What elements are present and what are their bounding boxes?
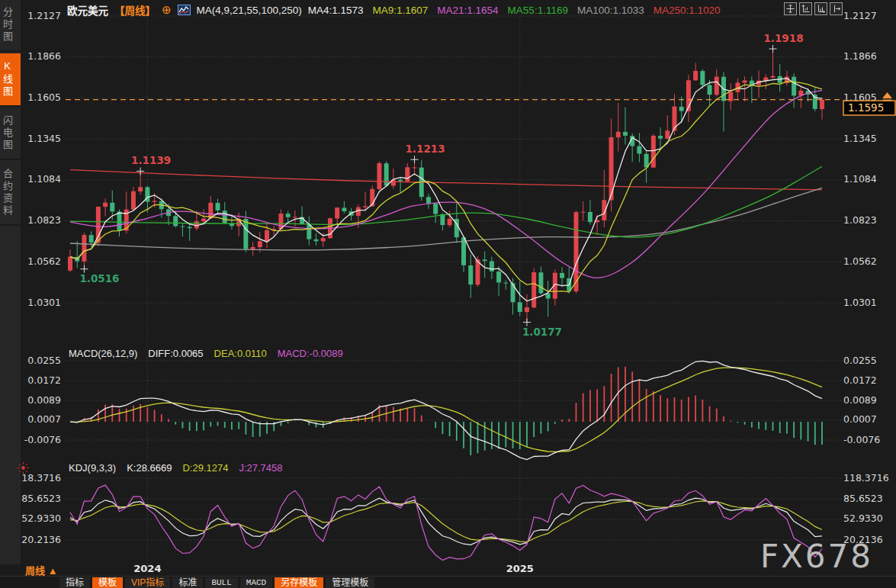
- chart-header: 欧元美元 【周线】 ⊕ MA(4,9,21,55,100,250) MA4:1.…: [67, 2, 721, 18]
- svg-text:1.1345: 1.1345: [27, 133, 61, 144]
- ma-value-5: MA250:1.1020: [654, 5, 721, 16]
- toolbar-button-5[interactable]: MACD: [240, 577, 272, 588]
- ma-value-0: MA4:1.1573: [308, 5, 364, 16]
- sidebar-tab-kline-chart[interactable]: K线图: [0, 53, 21, 107]
- period-collapse-arrow[interactable]: ▲: [48, 565, 58, 577]
- svg-text:1.2127: 1.2127: [27, 10, 61, 21]
- svg-text:0.0172: 0.0172: [27, 374, 61, 386]
- current-price-tag: 1.1595: [843, 101, 895, 115]
- candlestick-chart[interactable]: 1.21271.21271.18661.18661.16051.16051.13…: [0, 0, 896, 588]
- scroll-to-latest-icon[interactable]: [882, 92, 892, 98]
- svg-text:0.0007: 0.0007: [27, 413, 61, 425]
- ma-params-label[interactable]: MA(4,9,21,55,100,250): [197, 5, 302, 16]
- toolbar-button-0[interactable]: 指标: [59, 577, 90, 588]
- svg-text:-0.0076: -0.0076: [24, 434, 61, 445]
- ma-line-MA100: [70, 188, 822, 250]
- ma-value-4: MA100:1.1033: [577, 5, 644, 16]
- svg-text:0.0007: 0.0007: [843, 413, 877, 425]
- y-axis-scale-icon[interactable]: [799, 2, 812, 15]
- svg-text:1.0562: 1.0562: [843, 255, 877, 267]
- svg-text:1.1866: 1.1866: [843, 50, 877, 62]
- macd-value-0: DIFF:0.0065: [148, 348, 203, 359]
- chart-tool-icons: [784, 2, 843, 15]
- ma-value-1: MA9:1.1607: [372, 5, 428, 16]
- annotation-1.0516: 1.0516: [79, 272, 119, 284]
- svg-text:52.9330: 52.9330: [843, 512, 883, 524]
- svg-text:1.1866: 1.1866: [27, 50, 61, 62]
- ma-values: MA4:1.1573MA9:1.1607MA21:1.1654MA55:1.11…: [308, 5, 721, 16]
- kdj-pane: [70, 485, 822, 561]
- ma-line-MA4: [70, 79, 822, 301]
- svg-text:0.0172: 0.0172: [843, 374, 877, 386]
- macd-value-2: MACD:-0.0089: [278, 348, 343, 359]
- svg-text:1.1084: 1.1084: [27, 173, 61, 185]
- svg-text:1.1084: 1.1084: [843, 173, 877, 185]
- kdj-value-2: J:27.7458: [239, 462, 282, 474]
- svg-text:1.0301: 1.0301: [27, 297, 61, 308]
- year-label: 2024: [133, 563, 161, 574]
- pan-mode-icon[interactable]: [784, 2, 797, 15]
- crosshair-icon[interactable]: ⊕: [162, 5, 172, 15]
- svg-text:20.2136: 20.2136: [21, 534, 61, 545]
- kdj-value-0: K:28.6669: [127, 462, 172, 474]
- svg-text:-0.0076: -0.0076: [843, 434, 880, 445]
- svg-text:0.0255: 0.0255: [843, 355, 877, 366]
- kdj-title[interactable]: KDJ(9,3,3): [69, 462, 116, 474]
- ma-value-2: MA21:1.1654: [437, 5, 498, 16]
- sidebar-tab-contract-info[interactable]: 合约资料: [0, 162, 21, 226]
- period-tag[interactable]: 【周线】: [114, 2, 156, 18]
- toolbar-button-3[interactable]: 标准: [172, 577, 203, 588]
- svg-text:0.0089: 0.0089: [843, 394, 877, 406]
- watermark-logo: FX678: [760, 538, 873, 575]
- ma-overlays: [70, 79, 822, 301]
- svg-text:85.6523: 85.6523: [21, 493, 61, 504]
- svg-text:1.0301: 1.0301: [843, 297, 877, 308]
- svg-text:52.9330: 52.9330: [21, 512, 61, 524]
- kdj-value-1: D:29.1274: [182, 462, 228, 474]
- annotation-1.1213: 1.1213: [405, 143, 445, 155]
- macd-values: DIFF:0.0065DEA:0.0110MACD:-0.0089: [148, 348, 342, 359]
- svg-text:1.1345: 1.1345: [843, 133, 877, 144]
- ma-style-icon[interactable]: [178, 5, 191, 15]
- year-label: 2025: [506, 563, 534, 574]
- indicator-toolbar: 指标模板VIP指标标准BULLMACD另存模板管理模板: [0, 576, 896, 588]
- macd-title[interactable]: MACD(26,12,9): [69, 348, 137, 359]
- gridlines: 1.21271.21271.18661.18661.16051.16051.13…: [15, 10, 888, 574]
- svg-text:85.6523: 85.6523: [843, 493, 883, 504]
- toolbar-button-4[interactable]: BULL: [205, 577, 237, 588]
- svg-text:1.0823: 1.0823: [27, 214, 61, 226]
- svg-text:1.0562: 1.0562: [27, 255, 61, 267]
- kdj-d-line: [70, 501, 822, 542]
- svg-text:0.0089: 0.0089: [27, 394, 61, 406]
- svg-text:1.2127: 1.2127: [843, 10, 877, 21]
- svg-text:118.3716: 118.3716: [843, 472, 889, 484]
- svg-text:0.0255: 0.0255: [27, 355, 61, 366]
- export-panel-icon[interactable]: [830, 2, 843, 15]
- annotation-1.0177: 1.0177: [522, 326, 562, 338]
- kdj-j-line: [70, 485, 822, 561]
- sidebar-tab-flash-chart[interactable]: 闪电图: [0, 108, 21, 160]
- toolbar-button-2[interactable]: VIP指标: [125, 577, 170, 588]
- annotation-1.1139: 1.1139: [131, 154, 171, 166]
- x-axis-scale-icon[interactable]: [814, 2, 827, 15]
- symbol-name: 欧元美元: [67, 2, 108, 18]
- toolbar-button-7[interactable]: 管理模板: [326, 577, 374, 588]
- live-flash-icon: [17, 461, 30, 474]
- svg-text:1.1595: 1.1595: [848, 101, 884, 114]
- period-label[interactable]: 周线: [25, 565, 45, 577]
- trading-chart-window: 1.21271.21271.18661.18661.16051.16051.13…: [0, 0, 896, 588]
- macd-legend: MACD(26,12,9) DIFF:0.0065DEA:0.0110MACD:…: [69, 348, 343, 359]
- svg-text:1.0823: 1.0823: [843, 214, 877, 226]
- macd-value-1: DEA:0.0110: [214, 348, 267, 359]
- kdj-values: K:28.6669D:29.1274J:27.7458: [127, 462, 282, 474]
- svg-text:1.1605: 1.1605: [27, 92, 61, 103]
- ma-value-3: MA55:1.1169: [508, 5, 568, 16]
- chart-type-sidebar: 分时图 K线图 闪电图 合约资料: [0, 0, 21, 564]
- annotation-1.1918: 1.1918: [763, 32, 803, 44]
- toolbar-button-1[interactable]: 模板: [92, 577, 123, 588]
- sidebar-tab-timeshare-chart[interactable]: 分时图: [0, 0, 21, 52]
- macd-pane: [70, 361, 822, 459]
- toolbar-button-6[interactable]: 另存模板: [275, 577, 323, 588]
- kdj-legend: KDJ(9,3,3) K:28.6669D:29.1274J:27.7458: [69, 462, 283, 474]
- ma-line-MA21: [70, 90, 822, 278]
